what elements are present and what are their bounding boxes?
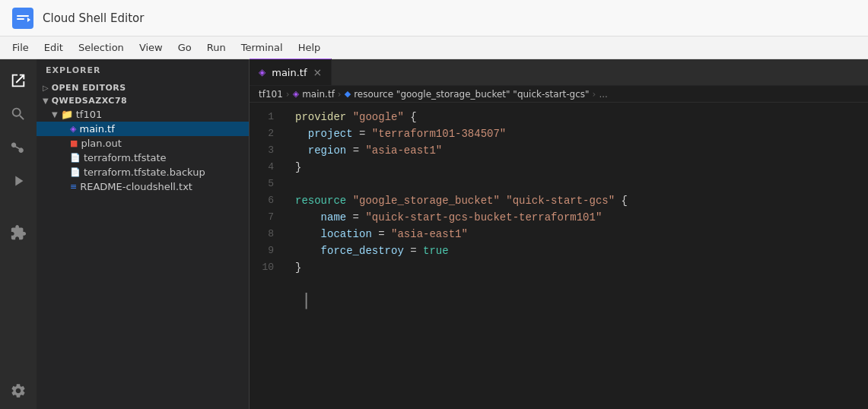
breadcrumb: tf101 › ◈ main.tf › ◆ resource "google_s… <box>250 86 868 103</box>
line-num-4: 4 <box>250 159 280 176</box>
workspace-label: QWEDSAZXC78 <box>52 96 128 106</box>
tab-main-tf[interactable]: ◈ main.tf × <box>250 59 332 85</box>
breadcrumb-main-tf[interactable]: main.tf <box>302 89 335 100</box>
tab-main-tf-close[interactable]: × <box>313 66 323 78</box>
explorer-icon[interactable] <box>3 65 33 96</box>
file-readme[interactable]: ≡ README-cloudshell.txt <box>37 179 249 194</box>
run-debug-icon[interactable] <box>3 166 33 196</box>
breadcrumb-sep-3: › <box>593 89 596 100</box>
line-num-3: 3 <box>250 142 280 159</box>
sidebar: EXPLORER ▷ OPEN EDITORS ▼ QWEDSAZXC78 ▼ … <box>37 59 250 409</box>
breadcrumb-resource[interactable]: resource "google_storage_bucket" "quick-… <box>354 89 589 100</box>
code-line-4: } <box>286 159 868 176</box>
tab-main-tf-icon: ◈ <box>259 67 265 78</box>
app-logo <box>12 8 33 29</box>
menu-view[interactable]: View <box>133 40 169 55</box>
sidebar-header: EXPLORER <box>37 59 249 81</box>
code-line-9: force_destroy = true <box>286 243 868 259</box>
breadcrumb-sep-2: › <box>338 89 342 100</box>
file-main-tf[interactable]: ◈ main.tf <box>37 122 249 136</box>
file-readme-icon: ≡ <box>70 182 77 192</box>
file-main-tf-label: main.tf <box>79 123 114 135</box>
line-num-2: 2 <box>250 125 280 142</box>
search-activity-icon[interactable] <box>3 99 33 129</box>
line-num-5: 5 <box>250 176 280 192</box>
text-cursor: | <box>301 291 311 308</box>
line-num-9: 9 <box>250 243 280 259</box>
file-plan-out[interactable]: ■ plan.out <box>37 136 249 151</box>
svg-rect-1 <box>17 15 29 17</box>
settings-icon[interactable] <box>3 376 33 406</box>
line-num-10: 10 <box>250 259 280 276</box>
main-layout: EXPLORER ▷ OPEN EDITORS ▼ QWEDSAZXC78 ▼ … <box>0 59 868 409</box>
line-numbers: 1 2 3 4 5 6 7 8 9 10 <box>250 103 286 409</box>
folder-tf101[interactable]: ▼ 📁 tf101 <box>37 107 249 122</box>
line-num-6: 6 <box>250 192 280 209</box>
code-line-7: name = "quick-start-gcs-bucket-terraform… <box>286 209 868 226</box>
code-editor[interactable]: 1 2 3 4 5 6 7 8 9 10 provider "google" {… <box>250 103 868 409</box>
line-num-1: 1 <box>250 109 280 125</box>
open-editors-label: OPEN EDITORS <box>52 83 126 93</box>
folder-tf101-icon: 📁 <box>61 109 73 120</box>
title-bar: Cloud Shell Editor <box>0 0 868 36</box>
menu-edit[interactable]: Edit <box>38 40 69 55</box>
activity-bar <box>0 59 37 409</box>
file-tfstate-backup-label: terraform.tfstate.backup <box>84 166 205 178</box>
file-tfstate-backup-icon: 📄 <box>70 167 81 177</box>
file-plan-out-icon: ■ <box>70 138 78 148</box>
source-control-icon[interactable] <box>3 132 33 163</box>
breadcrumb-resource-icon: ◆ <box>345 89 351 99</box>
editor-area: ◈ main.tf × tf101 › ◈ main.tf › ◆ resour… <box>250 59 868 409</box>
open-editors-section[interactable]: ▷ OPEN EDITORS <box>37 81 249 94</box>
svg-rect-2 <box>17 18 24 20</box>
code-line-1: provider "google" { <box>286 109 868 125</box>
app-title: Cloud Shell Editor <box>43 11 144 25</box>
workspace-section[interactable]: ▼ QWEDSAZXC78 <box>37 94 249 107</box>
menu-selection[interactable]: Selection <box>72 40 130 55</box>
code-line-5 <box>286 176 868 192</box>
workspace-chevron: ▼ <box>43 97 49 105</box>
menu-help[interactable]: Help <box>292 40 327 55</box>
code-line-10: } <box>286 259 868 276</box>
menu-bar: File Edit Selection View Go Run Terminal… <box>0 36 868 59</box>
file-plan-out-label: plan.out <box>81 138 122 149</box>
folder-tf101-label: tf101 <box>76 109 103 120</box>
menu-file[interactable]: File <box>6 40 35 55</box>
line-num-8: 8 <box>250 226 280 243</box>
menu-terminal[interactable]: Terminal <box>235 40 289 55</box>
code-line-3: region = "asia-east1" <box>286 142 868 159</box>
folder-tf101-chevron: ▼ <box>52 110 58 119</box>
code-line-8: location = "asia-east1" <box>286 226 868 243</box>
file-tfstate-backup[interactable]: 📄 terraform.tfstate.backup <box>37 165 249 179</box>
code-line-2: project = "terraform101-384507" <box>286 125 868 142</box>
code-content: provider "google" { project = "terraform… <box>286 103 868 409</box>
breadcrumb-sep-1: › <box>286 89 290 100</box>
menu-run[interactable]: Run <box>201 40 232 55</box>
code-line-6: resource "google_storage_bucket" "quick-… <box>286 192 868 209</box>
breadcrumb-ellipsis: ... <box>599 89 607 100</box>
tab-main-tf-label: main.tf <box>272 67 307 78</box>
menu-go[interactable]: Go <box>172 40 198 55</box>
open-editors-chevron: ▷ <box>43 84 49 92</box>
file-tfstate-icon: 📄 <box>70 153 81 163</box>
file-tfstate-label: terraform.tfstate <box>84 152 167 163</box>
breadcrumb-tf101[interactable]: tf101 <box>259 89 283 100</box>
file-readme-label: README-cloudshell.txt <box>80 181 192 192</box>
file-tfstate[interactable]: 📄 terraform.tfstate <box>37 151 249 165</box>
file-main-tf-icon: ◈ <box>70 124 76 134</box>
breadcrumb-main-tf-icon: ◈ <box>293 89 299 99</box>
extensions-icon[interactable] <box>3 217 33 248</box>
editor-tabs: ◈ main.tf × <box>250 59 868 86</box>
line-num-7: 7 <box>250 209 280 226</box>
